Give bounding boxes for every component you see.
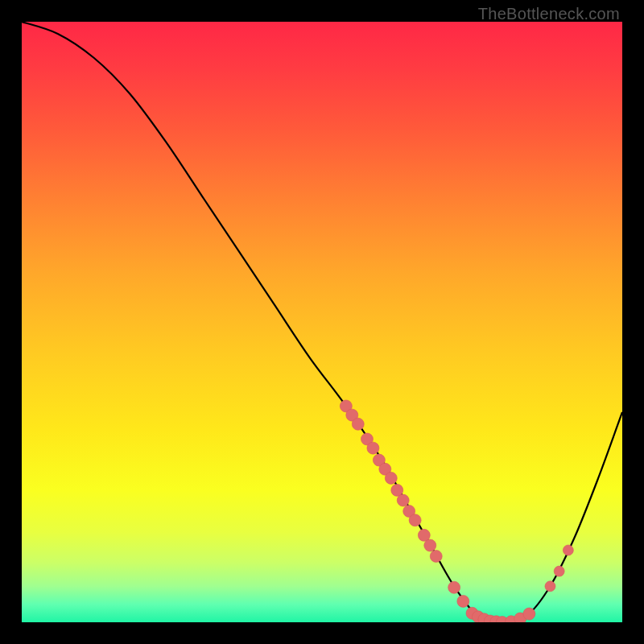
curve-marker bbox=[545, 581, 555, 592]
curve-marker bbox=[385, 472, 397, 484]
curve-markers bbox=[340, 400, 573, 622]
curve-marker bbox=[424, 539, 436, 551]
curve-marker bbox=[523, 608, 535, 620]
curve-marker bbox=[352, 418, 364, 430]
chart-plot-area bbox=[22, 22, 622, 622]
curve-marker bbox=[430, 550, 442, 562]
curve-marker bbox=[448, 581, 460, 593]
watermark-text: TheBottleneck.com bbox=[478, 5, 620, 23]
curve-marker bbox=[563, 545, 573, 555]
bottleneck-curve-svg bbox=[22, 22, 622, 622]
bottleneck-curve-line bbox=[22, 22, 622, 622]
curve-marker bbox=[457, 595, 469, 607]
curve-marker bbox=[554, 566, 564, 576]
curve-marker bbox=[367, 442, 379, 454]
curve-marker bbox=[409, 514, 421, 526]
curve-marker bbox=[397, 494, 409, 506]
